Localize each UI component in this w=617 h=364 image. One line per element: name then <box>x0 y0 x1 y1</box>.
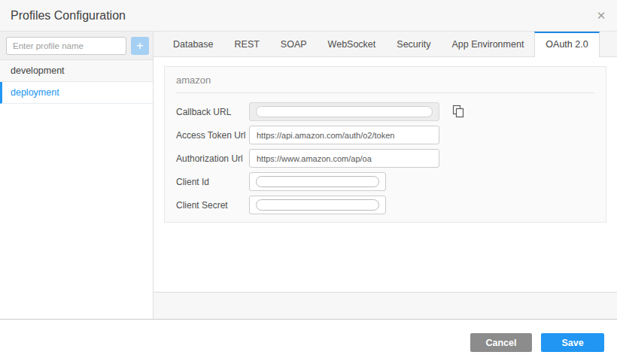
access-token-url-label: Access Token Url <box>176 130 249 141</box>
dialog-header: Profiles Configuration ✕ <box>0 0 617 32</box>
authorization-url-row: Authorization Url <box>176 149 594 168</box>
client-secret-label: Client Secret <box>176 200 249 211</box>
authorization-url-input[interactable] <box>249 149 439 168</box>
profile-name-input[interactable] <box>6 37 126 55</box>
amazon-oauth-panel: amazon Callback URL Acc <box>164 66 606 223</box>
close-icon[interactable]: ✕ <box>593 8 609 24</box>
redacted-value <box>256 106 433 117</box>
callback-url-label: Callback URL <box>176 107 249 117</box>
tab-soap[interactable]: SOAP <box>270 32 318 56</box>
tab-websocket[interactable]: WebSocket <box>318 32 387 56</box>
client-id-field[interactable] <box>249 172 386 191</box>
dialog-title: Profiles Configuration <box>11 0 126 31</box>
profile-list: development deployment <box>0 60 153 104</box>
tab-database[interactable]: Database <box>163 32 224 56</box>
tab-oauth-2-0[interactable]: OAuth 2.0 <box>534 32 599 57</box>
callback-url-field <box>249 102 439 121</box>
tab-rest[interactable]: REST <box>224 32 270 56</box>
redacted-value <box>256 176 379 187</box>
profile-add-section: + <box>0 32 153 60</box>
profile-item-deployment[interactable]: deployment <box>0 82 153 104</box>
tab-app-environment[interactable]: App Environment <box>441 32 534 56</box>
client-id-row: Client Id <box>176 172 594 191</box>
cancel-button[interactable]: Cancel <box>470 333 532 352</box>
oauth-fields: Callback URL Access Token Url <box>165 93 606 214</box>
client-secret-field[interactable] <box>249 196 386 214</box>
add-profile-button[interactable]: + <box>131 37 149 55</box>
content-footer-strip <box>153 292 617 319</box>
authorization-url-label: Authorization Url <box>176 153 249 164</box>
save-button[interactable]: Save <box>541 333 604 352</box>
panel-title: amazon <box>165 67 606 86</box>
dialog-main: + development deployment Database REST S… <box>0 32 617 320</box>
access-token-url-row: Access Token Url <box>176 126 594 144</box>
access-token-url-input[interactable] <box>249 126 439 144</box>
client-id-label: Client Id <box>176 177 249 187</box>
client-secret-row: Client Secret <box>176 196 594 214</box>
config-tabbar: Database REST SOAP WebSocket Security Ap… <box>153 32 617 57</box>
profile-item-development[interactable]: development <box>0 60 153 82</box>
profile-config-content: Database REST SOAP WebSocket Security Ap… <box>153 32 617 319</box>
callback-url-row: Callback URL <box>176 102 594 121</box>
profiles-sidebar: + development deployment <box>0 32 153 319</box>
dialog-action-bar: Cancel Save <box>0 320 617 364</box>
redacted-value <box>256 199 379 211</box>
copy-icon[interactable] <box>450 105 465 120</box>
tab-security[interactable]: Security <box>386 32 441 56</box>
